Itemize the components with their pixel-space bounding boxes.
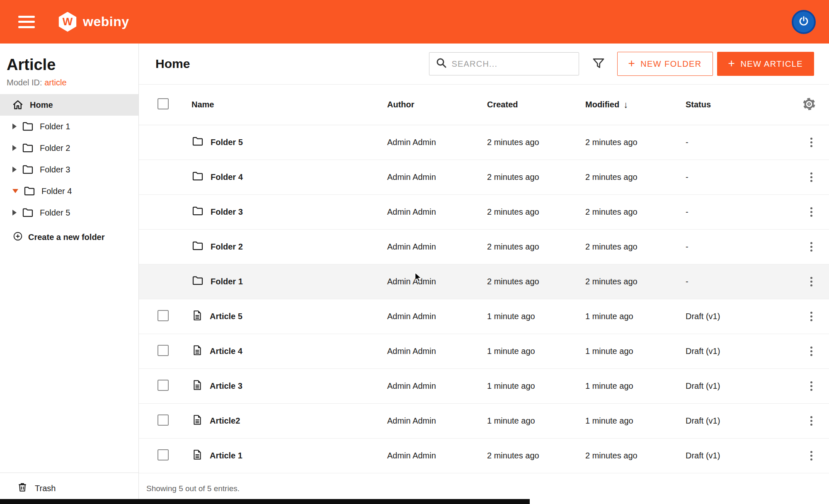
new-article-button[interactable]: + NEW ARTICLE — [717, 52, 814, 76]
kebab-menu-icon[interactable] — [806, 309, 817, 324]
column-header-created[interactable]: Created — [487, 100, 585, 109]
gear-icon — [802, 97, 817, 113]
sidebar-item-label: Folder 3 — [40, 165, 70, 174]
webiny-logo-icon: W — [58, 12, 77, 32]
sidebar-item-home[interactable]: Home — [0, 94, 138, 116]
filter-button[interactable] — [591, 56, 606, 72]
document-icon — [191, 309, 203, 324]
row-status: - — [686, 207, 798, 217]
table-row[interactable]: Folder 5 Admin Admin 2 minutes ago 2 min… — [139, 125, 829, 160]
kebab-menu-icon[interactable] — [806, 414, 817, 428]
sidebar-item-folder-1[interactable]: Folder 1 — [0, 116, 138, 137]
row-author: Admin Admin — [387, 138, 487, 147]
row-created: 2 minutes ago — [487, 277, 585, 286]
row-author: Admin Admin — [387, 416, 487, 426]
row-name[interactable]: Article 5 — [210, 312, 242, 321]
kebab-menu-icon[interactable] — [806, 240, 817, 254]
user-avatar-power-button[interactable] — [792, 10, 816, 34]
row-checkbox[interactable] — [158, 414, 169, 426]
table-row[interactable]: Article 5 Admin Admin 1 minute ago 1 min… — [139, 299, 829, 334]
row-name[interactable]: Article 3 — [210, 381, 242, 391]
brand-name: webiny — [83, 14, 129, 29]
create-new-folder-button[interactable]: Create a new folder — [12, 231, 138, 244]
sidebar-item-folder-2[interactable]: Folder 2 — [0, 137, 138, 159]
table-header: Name Author Created Modified ↓ Status — [139, 85, 829, 125]
chevron-right-icon[interactable] — [12, 210, 17, 216]
chevron-right-icon[interactable] — [12, 145, 17, 151]
kebab-menu-icon[interactable] — [806, 344, 817, 359]
table-settings-button[interactable] — [802, 97, 817, 113]
chevron-right-icon[interactable] — [12, 167, 17, 172]
webiny-logo[interactable]: W webiny — [58, 12, 129, 32]
row-modified: 1 minute ago — [585, 346, 686, 356]
search-input[interactable] — [452, 59, 573, 69]
table-row[interactable]: Folder 4 Admin Admin 2 minutes ago 2 min… — [139, 160, 829, 195]
sidebar-item-label: Home — [30, 100, 53, 110]
row-created: 2 minutes ago — [487, 451, 585, 460]
table-row[interactable]: Folder 2 Admin Admin 2 minutes ago 2 min… — [139, 230, 829, 264]
row-status: - — [686, 277, 798, 286]
kebab-menu-icon[interactable] — [806, 274, 817, 289]
chevron-down-icon[interactable] — [12, 189, 18, 193]
row-status: Draft (v1) — [686, 346, 798, 356]
breadcrumb[interactable]: Home — [155, 57, 190, 71]
power-icon — [797, 15, 810, 29]
row-name[interactable]: Article 4 — [210, 346, 242, 356]
chevron-right-icon[interactable] — [12, 124, 17, 129]
table-row[interactable]: Article2 Admin Admin 1 minute ago 1 minu… — [139, 404, 829, 439]
row-checkbox[interactable] — [158, 449, 169, 460]
table-row[interactable]: Article 4 Admin Admin 1 minute ago 1 min… — [139, 334, 829, 369]
app-window: W webiny Article Model ID: article — [0, 0, 829, 504]
table-row[interactable]: Folder 3 Admin Admin 2 minutes ago 2 min… — [139, 195, 829, 230]
row-checkbox[interactable] — [158, 380, 169, 391]
column-header-status[interactable]: Status — [686, 100, 798, 109]
kebab-menu-icon[interactable] — [806, 170, 817, 184]
table-row[interactable]: Article 3 Admin Admin 1 minute ago 1 min… — [139, 369, 829, 404]
row-name[interactable]: Article2 — [210, 416, 240, 426]
row-created: 2 minutes ago — [487, 242, 585, 252]
kebab-menu-icon[interactable] — [806, 379, 817, 393]
folder-icon — [22, 206, 34, 219]
row-name[interactable]: Folder 3 — [211, 207, 243, 217]
document-icon — [191, 344, 203, 359]
kebab-menu-icon[interactable] — [806, 205, 817, 219]
sidebar-item-label: Folder 4 — [41, 187, 72, 196]
select-all-checkbox[interactable] — [158, 98, 169, 109]
plus-circle-icon — [12, 231, 23, 244]
row-name[interactable]: Folder 5 — [211, 138, 243, 147]
row-name[interactable]: Folder 2 — [211, 242, 243, 252]
column-header-author[interactable]: Author — [387, 100, 487, 109]
row-created: 2 minutes ago — [487, 138, 585, 147]
kebab-menu-icon[interactable] — [806, 448, 817, 463]
kebab-menu-icon[interactable] — [806, 135, 817, 150]
new-folder-button[interactable]: + NEW FOLDER — [617, 52, 713, 76]
hamburger-menu-icon[interactable] — [18, 16, 35, 28]
row-checkbox[interactable] — [158, 345, 169, 356]
table-row[interactable]: Folder 1 Admin Admin 2 minutes ago 2 min… — [139, 264, 829, 299]
row-name[interactable]: Folder 4 — [211, 172, 243, 182]
row-modified: 1 minute ago — [585, 312, 686, 321]
row-name[interactable]: Article 1 — [210, 451, 242, 460]
sidebar-item-folder-3[interactable]: Folder 3 — [0, 159, 138, 180]
row-created: 2 minutes ago — [487, 207, 585, 217]
entries-count: Showing 5 out of 5 entries. — [139, 473, 829, 493]
row-modified: 2 minutes ago — [585, 277, 686, 286]
table-row[interactable]: Article 1 Admin Admin 2 minutes ago 2 mi… — [139, 439, 829, 473]
column-header-name[interactable]: Name — [191, 100, 387, 109]
folder-icon — [191, 274, 204, 289]
column-header-modified[interactable]: Modified ↓ — [585, 99, 686, 110]
row-author: Admin Admin — [387, 242, 487, 252]
row-status: Draft (v1) — [686, 416, 798, 426]
folder-icon — [191, 205, 204, 219]
row-checkbox[interactable] — [158, 310, 169, 321]
row-name[interactable]: Folder 1 — [211, 277, 243, 286]
sidebar-item-folder-5[interactable]: Folder 5 — [0, 202, 138, 223]
search-box[interactable] — [429, 52, 579, 75]
row-author: Admin Admin — [387, 381, 487, 391]
row-status: - — [686, 242, 798, 252]
row-modified: 2 minutes ago — [585, 242, 686, 252]
folder-icon — [22, 120, 34, 133]
sidebar-item-folder-4[interactable]: Folder 4 — [0, 180, 138, 202]
row-modified: 1 minute ago — [585, 416, 686, 426]
row-created: 1 minute ago — [487, 346, 585, 356]
